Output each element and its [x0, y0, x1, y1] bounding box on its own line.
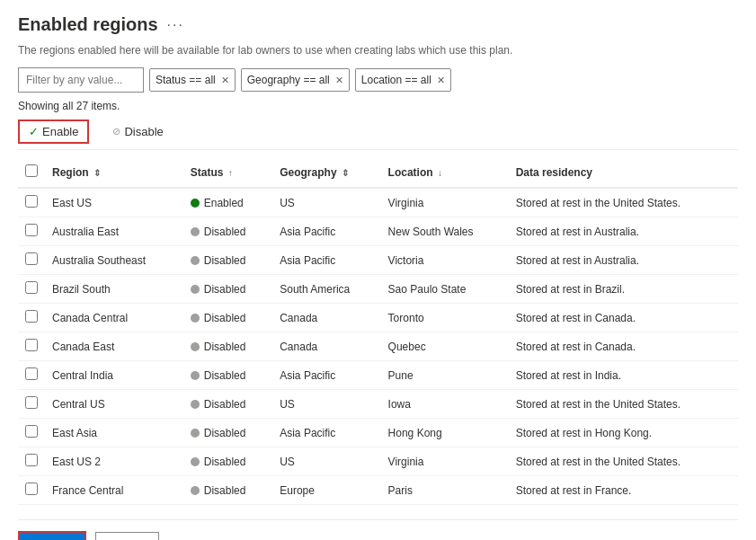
row-status: Disabled — [183, 419, 272, 447]
row-geography: Europe — [272, 476, 380, 505]
row-status: Enabled — [183, 188, 272, 217]
row-checkbox[interactable] — [25, 339, 38, 351]
table-row: East US 2DisabledUSVirginiaStored at res… — [18, 447, 738, 476]
row-data-residency: Stored at rest in France. — [509, 476, 738, 505]
row-checkbox[interactable] — [25, 396, 38, 409]
status-text: Disabled — [204, 427, 246, 439]
check-icon: ✓ — [29, 125, 39, 138]
location-filter-label: Location == all — [361, 74, 431, 86]
row-data-residency: Stored at rest in Australia. — [509, 246, 738, 275]
row-location: Toronto — [381, 304, 509, 332]
status-text: Disabled — [204, 254, 246, 267]
status-filter-close[interactable]: ✕ — [221, 75, 229, 86]
geography-filter-tag: Geography == all ✕ — [241, 68, 350, 92]
row-status: Disabled — [183, 217, 272, 246]
apply-button[interactable]: Apply — [18, 531, 86, 540]
table-row: France CentralDisabledEuropeParisStored … — [18, 476, 738, 505]
row-region: East US — [45, 188, 183, 217]
header-data-residency: Data residency — [509, 157, 738, 188]
disable-button[interactable]: ⊘ Disable — [103, 121, 172, 142]
ellipsis-button[interactable]: ··· — [167, 17, 184, 33]
row-checkbox[interactable] — [25, 454, 38, 466]
status-filter-tag: Status == all ✕ — [149, 68, 236, 92]
row-checkbox-cell — [18, 476, 45, 505]
row-checkbox[interactable] — [25, 195, 38, 208]
row-status: Disabled — [183, 332, 272, 361]
row-data-residency: Stored at rest in Canada. — [509, 332, 738, 361]
row-status: Disabled — [183, 447, 272, 476]
row-checkbox[interactable] — [25, 482, 38, 495]
status-dot-disabled — [191, 314, 200, 323]
row-region: Australia Southeast — [45, 246, 183, 275]
status-filter-label: Status == all — [156, 74, 216, 86]
table-header-row: Region ⇕ Status ↑ Geography ⇕ Location ↓… — [18, 157, 738, 188]
table-row: Brazil SouthDisabledSouth AmericaSao Pau… — [18, 275, 738, 304]
row-location: Victoria — [381, 246, 509, 275]
header-checkbox-col — [18, 157, 45, 188]
geography-sort-icon[interactable]: ⇕ — [342, 168, 349, 178]
status-dot-enabled — [191, 199, 200, 208]
region-sort-icon[interactable]: ⇕ — [93, 168, 101, 178]
row-status: Disabled — [183, 361, 272, 390]
row-checkbox[interactable] — [25, 310, 38, 323]
row-geography: South America — [272, 275, 380, 304]
row-geography: Asia Pacific — [272, 361, 380, 390]
status-text: Disabled — [204, 456, 246, 468]
status-dot-disabled — [191, 429, 200, 438]
row-location: Hong Kong — [381, 419, 509, 447]
table-row: Central IndiaDisabledAsia PacificPuneSto… — [18, 361, 738, 390]
status-dot-disabled — [191, 256, 200, 265]
row-geography: Asia Pacific — [272, 246, 380, 275]
cancel-button[interactable]: Cancel — [95, 532, 158, 540]
row-data-residency: Stored at rest in the United States. — [509, 447, 738, 476]
row-region: Central US — [45, 390, 183, 419]
row-location: Quebec — [381, 332, 509, 361]
geography-filter-close[interactable]: ✕ — [335, 75, 343, 86]
location-sort-icon[interactable]: ↓ — [438, 168, 442, 178]
status-dot-disabled — [191, 342, 200, 351]
table-row: Australia SoutheastDisabledAsia PacificV… — [18, 246, 738, 275]
row-status: Disabled — [183, 304, 272, 332]
row-checkbox-cell — [18, 390, 45, 419]
row-geography: US — [272, 390, 380, 419]
select-all-checkbox[interactable] — [25, 164, 38, 177]
row-region: Canada Central — [45, 304, 183, 332]
row-geography: US — [272, 447, 380, 476]
header-geography: Geography ⇕ — [272, 157, 380, 188]
row-checkbox[interactable] — [25, 425, 38, 438]
status-dot-disabled — [191, 400, 200, 409]
row-checkbox[interactable] — [25, 367, 38, 380]
enable-button[interactable]: ✓ Enable — [18, 120, 89, 144]
table-row: Central USDisabledUSIowaStored at rest i… — [18, 390, 738, 419]
table-row: East USEnabledUSVirginiaStored at rest i… — [18, 188, 738, 217]
status-dot-disabled — [191, 227, 200, 236]
filter-input[interactable] — [18, 67, 144, 93]
row-checkbox[interactable] — [25, 281, 38, 294]
page-container: Enabled regions ··· The regions enabled … — [0, 0, 756, 540]
row-region: Canada East — [45, 332, 183, 361]
status-text: Disabled — [204, 398, 246, 411]
status-text: Disabled — [204, 283, 246, 296]
row-data-residency: Stored at rest in Australia. — [509, 217, 738, 246]
row-data-residency: Stored at rest in India. — [509, 361, 738, 390]
row-region: Australia East — [45, 217, 183, 246]
table-body: East USEnabledUSVirginiaStored at rest i… — [18, 188, 738, 505]
footer: Apply Cancel — [18, 519, 738, 540]
location-filter-close[interactable]: ✕ — [437, 75, 445, 86]
row-data-residency: Stored at rest in Hong Kong. — [509, 419, 738, 447]
page-description: The regions enabled here will be availab… — [18, 44, 738, 57]
row-location: Virginia — [381, 447, 509, 476]
status-dot-disabled — [191, 371, 200, 380]
row-checkbox[interactable] — [25, 224, 38, 236]
row-status: Disabled — [183, 476, 272, 505]
showing-text: Showing all 27 items. — [18, 100, 738, 112]
table-row: Canada EastDisabledCanadaQuebecStored at… — [18, 332, 738, 361]
header-location: Location ↓ — [381, 157, 509, 188]
header-region: Region ⇕ — [45, 157, 183, 188]
row-region: Brazil South — [45, 275, 183, 304]
row-data-residency: Stored at rest in the United States. — [509, 188, 738, 217]
circle-icon: ⊘ — [112, 126, 120, 137]
status-sort-icon[interactable]: ↑ — [228, 168, 233, 178]
row-location: Pune — [381, 361, 509, 390]
row-checkbox[interactable] — [25, 252, 38, 265]
